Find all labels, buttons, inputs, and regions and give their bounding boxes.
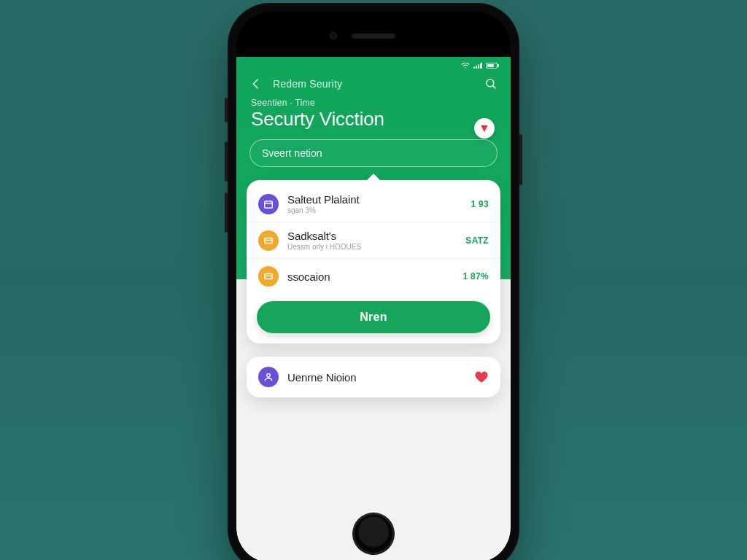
wifi-icon <box>461 62 470 69</box>
hero: Seentien · Time Securty Vicction ▼ <box>236 93 511 129</box>
list-item[interactable]: Uenrne Nioion <box>247 359 500 394</box>
volume-up-button[interactable] <box>225 141 228 182</box>
alert-icon: ▼ <box>479 122 490 135</box>
mute-switch[interactable] <box>225 98 228 122</box>
cellular-signal-icon <box>473 63 482 69</box>
phone-frame: Redem Seurity Seentien · Time Securty Vi… <box>228 3 519 560</box>
earpiece-speaker <box>352 34 395 39</box>
page-title: Securty Vicction <box>251 109 496 129</box>
battery-icon <box>486 63 498 69</box>
bezel-top <box>236 12 511 57</box>
svg-rect-3 <box>265 201 273 208</box>
results-card: Salteut Plalaint sgan 3% 1 93 Sadksalt's… <box>247 180 500 343</box>
list-item[interactable]: ssocaion 1 87% <box>247 258 500 294</box>
alert-badge[interactable]: ▼ <box>474 118 495 139</box>
search-button[interactable] <box>483 76 499 92</box>
filter-pill[interactable]: Sveert netion <box>249 139 498 167</box>
list-item-title: Sadksalt's <box>287 230 457 242</box>
home-button[interactable] <box>353 513 394 554</box>
heart-icon[interactable] <box>474 370 489 384</box>
back-button[interactable] <box>248 76 264 92</box>
list-item-title: Uenrne Nioion <box>287 371 465 384</box>
hero-eyebrow: Seentien · Time <box>251 98 496 108</box>
power-button[interactable] <box>519 134 522 185</box>
list-item-subtitle: Uessm orly i HOOUES <box>287 243 457 251</box>
app-viewport: Redem Seurity Seentien · Time Securty Vi… <box>236 57 511 560</box>
list-item-value: SATZ <box>465 236 489 246</box>
secondary-card: Uenrne Nioion <box>247 357 500 397</box>
list-item[interactable]: Sadksalt's Uessm orly i HOOUES SATZ <box>247 222 500 258</box>
svg-point-11 <box>267 374 271 378</box>
topbar-title: Redem Seurity <box>273 78 474 90</box>
card-icon <box>258 230 279 251</box>
primary-cta-button[interactable]: Nren <box>257 301 490 333</box>
svg-point-0 <box>465 67 466 69</box>
list-item[interactable]: Salteut Plalaint sgan 3% 1 93 <box>247 186 500 222</box>
volume-down-button[interactable] <box>225 192 228 233</box>
list-item-subtitle: sgan 3% <box>287 206 462 214</box>
list-item-value: 1 87% <box>462 271 489 281</box>
calendar-icon <box>258 194 279 214</box>
screen: Redem Seurity Seentien · Time Securty Vi… <box>236 12 511 560</box>
user-icon <box>258 367 279 387</box>
primary-cta-label: Nren <box>360 311 387 324</box>
list-item-title: Salteut Plalaint <box>287 193 462 206</box>
card-icon <box>258 266 279 287</box>
status-bar <box>236 57 511 71</box>
list-item-title: ssocaion <box>287 271 454 283</box>
filter-pill-label: Sveert netion <box>262 147 322 159</box>
top-bar: Redem Seurity <box>236 71 511 93</box>
front-camera <box>330 32 337 39</box>
list-item-value: 1 93 <box>471 199 489 209</box>
svg-line-2 <box>493 86 495 88</box>
